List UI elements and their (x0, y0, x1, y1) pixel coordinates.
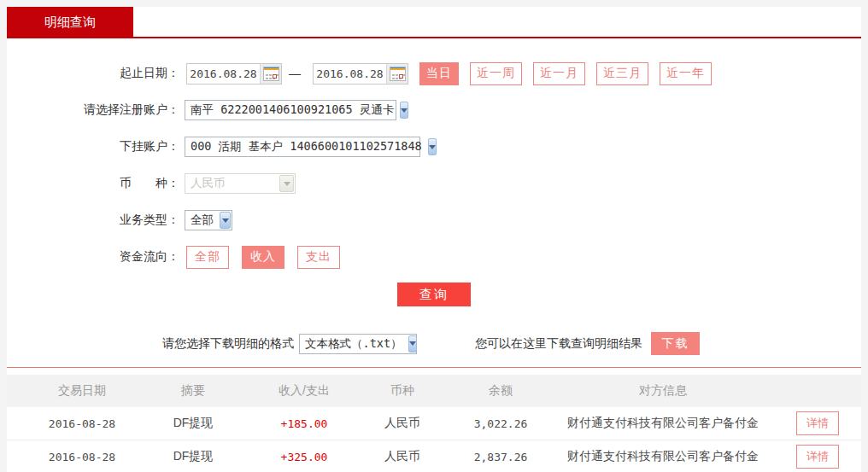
download-format-value: 文本格式（.txt） (300, 336, 408, 352)
col-header-amount: 收入/支出 (253, 383, 355, 399)
start-date-calendar-icon[interactable] (260, 64, 281, 84)
table-row: 2016-08-28 DF提现 +185.00 人民币 3,022.26 财付通… (7, 407, 861, 440)
registered-account-row: 请选择注册账户： 南平 6222001406100921065 灵通卡 (7, 99, 861, 121)
cell-balance: 2,837.26 (449, 451, 552, 463)
chevron-down-icon (428, 138, 437, 155)
date-range-row: 起止日期： 2016.08.28 — 2016.08.28 当日 近一周 近一月 (7, 62, 861, 84)
chevron-down-icon (400, 102, 408, 119)
tab-bar: 明细查询 (7, 7, 861, 38)
registered-account-select[interactable]: 南平 6222001406100921065 灵通卡 (185, 100, 396, 120)
download-format-label: 请您选择下载明细的格式 (162, 336, 294, 352)
range-month-button[interactable]: 近一月 (533, 62, 585, 85)
cell-date: 2016-08-28 (31, 417, 133, 430)
query-button-row: 查询 (7, 283, 861, 306)
fund-flow-label: 资金流向： (7, 249, 179, 265)
detail-button[interactable]: 详情 (796, 411, 839, 435)
cell-amount: +185.00 (253, 417, 355, 430)
cell-currency: 人民币 (355, 416, 449, 431)
flow-expense-button[interactable]: 支出 (297, 246, 340, 269)
end-date-value: 2016.08.28 (314, 67, 386, 80)
currency-value: 人民币 (185, 176, 279, 191)
currency-row: 币 种： 人民币 (7, 172, 861, 195)
sub-account-row: 下挂账户： 000 活期 基本户 1406600101102571848 (7, 136, 861, 158)
detail-button[interactable]: 详情 (796, 445, 839, 469)
col-header-balance: 余额 (449, 383, 552, 399)
currency-select: 人民币 (185, 173, 296, 194)
sub-account-label: 下挂账户： (7, 139, 179, 154)
col-header-date: 交易日期 (31, 383, 133, 399)
end-date-calendar-icon[interactable] (386, 64, 408, 84)
registered-account-label: 请选择注册账户： (7, 102, 179, 118)
download-button[interactable]: 下载 (651, 332, 700, 355)
start-date-input[interactable]: 2016.08.28 (186, 63, 282, 84)
flow-income-button[interactable]: 收入 (242, 246, 284, 269)
query-button[interactable]: 查询 (397, 283, 471, 306)
range-week-button[interactable]: 近一周 (470, 62, 522, 85)
main-content: 起止日期： 2016.08.28 — 2016.08.28 当日 近一周 近一月 (7, 38, 861, 463)
range-today-button[interactable]: 当日 (419, 62, 459, 85)
business-type-select[interactable]: 全部 (185, 210, 232, 230)
cell-counterparty: 财付通支付科技有限公司客户备付金 (552, 449, 774, 464)
business-type-row: 业务类型： 全部 (7, 209, 861, 231)
cell-counterparty: 财付通支付科技有限公司客户备付金 (552, 416, 774, 431)
chevron-down-icon (408, 335, 417, 353)
download-format-select[interactable]: 文本格式（.txt） (299, 334, 417, 354)
cell-amount: +325.00 (253, 451, 355, 463)
date-range-label: 起止日期： (7, 66, 179, 81)
flow-all-button[interactable]: 全部 (186, 246, 229, 269)
cell-summary: DF提现 (133, 449, 253, 464)
chevron-down-icon (279, 175, 294, 192)
table-row: 2016-08-28 DF提现 +325.00 人民币 2,837.26 财付通… (7, 440, 861, 472)
sub-account-value: 000 活期 基本户 1406600101102571848 (185, 139, 427, 154)
end-date-input[interactable]: 2016.08.28 (313, 63, 408, 84)
download-row: 请您选择下载明细的格式 文本格式（.txt） 您可以在这里下载查询明细结果 下载 (7, 332, 861, 355)
business-type-value: 全部 (185, 213, 219, 228)
range-year-button[interactable]: 近一年 (660, 62, 712, 85)
page: 明细查询 起止日期： 2016.08.28 — 2016.08.28 (0, 0, 868, 472)
download-hint: 您可以在这里下载查询明细结果 (475, 336, 642, 352)
tab-detail-query[interactable]: 明细查询 (7, 7, 133, 38)
cell-date: 2016-08-28 (31, 451, 133, 463)
col-header-summary: 摘要 (133, 383, 253, 399)
cell-summary: DF提现 (133, 416, 253, 431)
col-header-counterparty: 对方信息 (552, 383, 774, 399)
sub-account-select[interactable]: 000 活期 基本户 1406600101102571848 (185, 137, 420, 157)
business-type-label: 业务类型： (7, 213, 179, 228)
table-top-divider (7, 367, 861, 368)
registered-account-value: 南平 6222001406100921065 灵通卡 (185, 102, 399, 118)
col-header-currency: 币种 (355, 383, 449, 399)
chevron-down-icon (220, 212, 231, 229)
table-header: 交易日期 摘要 收入/支出 币种 余额 对方信息 (7, 375, 861, 407)
cell-currency: 人民币 (355, 449, 449, 464)
query-form: 起止日期： 2016.08.28 — 2016.08.28 当日 近一周 近一月 (7, 38, 861, 355)
currency-label: 币 种： (7, 176, 179, 191)
range-quarter-button[interactable]: 近三月 (596, 62, 648, 85)
fund-flow-row: 资金流向： 全部 收入 支出 (7, 246, 861, 268)
start-date-value: 2016.08.28 (187, 67, 260, 80)
date-range-separator: — (289, 67, 301, 80)
cell-balance: 3,022.26 (449, 417, 552, 430)
